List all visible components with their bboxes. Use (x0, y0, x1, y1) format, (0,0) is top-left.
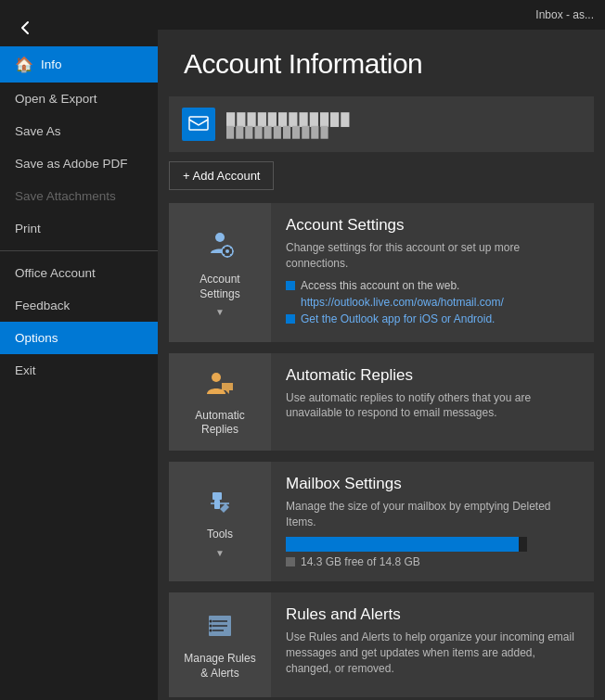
svg-point-12 (210, 624, 212, 627)
automatic-replies-icon-label: AutomaticReplies (195, 409, 244, 438)
get-app-row: Get the Outlook app for iOS or Android. (286, 312, 579, 325)
sidebar-item-open-export[interactable]: Open & Export (0, 83, 158, 115)
rules-alerts-icon-area[interactable]: Manage Rules& Alerts (169, 592, 271, 696)
sidebar-item-exit[interactable]: Exit (0, 354, 158, 387)
access-web-text: Access this account on the web. (301, 279, 459, 292)
account-settings-content: Account Settings Change settings for thi… (271, 203, 594, 342)
svg-point-13 (210, 629, 212, 631)
outlook-url-link[interactable]: https://outlook.live.com/owa/hotmail.com… (301, 296, 504, 309)
svg-rect-6 (214, 500, 220, 509)
rules-alerts-icon-label: Manage Rules& Alerts (184, 652, 255, 681)
storage-progress-bar (286, 537, 527, 552)
top-bar-text: Inbox - as... (535, 8, 594, 21)
top-bar: Inbox - as... (158, 0, 605, 30)
automatic-replies-title: Automatic Replies (286, 366, 579, 385)
avatar (182, 108, 215, 141)
mailbox-settings-card: Tools ▼ Mailbox Settings Manage the size… (169, 462, 594, 582)
svg-point-4 (212, 373, 221, 382)
svg-rect-5 (212, 492, 222, 500)
rules-alerts-card: Manage Rules& Alerts Rules and Alerts Us… (169, 592, 594, 696)
automatic-replies-desc: Use automatic replies to notify others t… (286, 390, 579, 422)
get-app-link[interactable]: Get the Outlook app for iOS or Android. (301, 312, 495, 325)
sidebar-nav: 🏠 Info Open & Export Save As Save as Ado… (0, 46, 158, 700)
add-account-button[interactable]: + Add Account (169, 161, 274, 190)
main-content: Inbox - as... Account Information ██████… (158, 0, 605, 700)
sidebar-item-print[interactable]: Print (0, 212, 158, 245)
mailbox-settings-desc: Manage the size of your mailbox by empty… (286, 499, 579, 530)
account-subtext: ███████████ (226, 126, 352, 137)
account-settings-title: Account Settings (286, 216, 579, 235)
account-settings-icon-area[interactable]: AccountSettings ▼ (169, 203, 271, 342)
svg-rect-0 (189, 117, 208, 130)
sidebar-bottom-items: Office Account Feedback Options Exit (0, 257, 158, 396)
automatic-replies-icon-area[interactable]: AutomaticReplies (169, 353, 271, 451)
sidebar: 🏠 Info Open & Export Save As Save as Ado… (0, 0, 158, 700)
storage-label: 14.3 GB free of 14.8 GB (301, 555, 420, 568)
sidebar-item-office-account[interactable]: Office Account (0, 257, 158, 289)
account-details: ████████████ ███████████ (226, 112, 352, 137)
account-settings-icon-label: AccountSettings (200, 273, 239, 301)
mailbox-settings-content: Mailbox Settings Manage the size of your… (271, 462, 594, 582)
account-settings-card: AccountSettings ▼ Account Settings Chang… (169, 203, 594, 342)
sidebar-divider-1 (0, 250, 158, 251)
home-icon: 🏠 (15, 56, 32, 73)
svg-point-3 (225, 249, 229, 253)
storage-text: 14.3 GB free of 14.8 GB (286, 555, 579, 568)
bullet-icon-2 (286, 314, 295, 324)
sidebar-item-info[interactable]: 🏠 Info (0, 46, 158, 83)
rules-alerts-title: Rules and Alerts (286, 605, 579, 624)
rules-alerts-icon (203, 609, 237, 646)
mailbox-settings-title: Mailbox Settings (286, 475, 579, 493)
sidebar-item-options[interactable]: Options (0, 322, 158, 354)
account-card: ████████████ ███████████ (169, 96, 594, 152)
storage-progress-fill (286, 537, 519, 552)
automatic-replies-card: AutomaticReplies Automatic Replies Use a… (169, 353, 594, 451)
automatic-replies-icon (203, 366, 237, 403)
tools-icon-label: Tools (207, 528, 233, 542)
account-settings-desc: Change settings for this account or set … (286, 240, 579, 272)
rules-alerts-content: Rules and Alerts Use Rules and Alerts to… (271, 592, 594, 696)
account-settings-chevron: ▼ (215, 307, 225, 317)
rules-alerts-desc: Use Rules and Alerts to help organize yo… (286, 630, 579, 676)
bullet-icon (286, 281, 295, 290)
sidebar-item-feedback[interactable]: Feedback (0, 289, 158, 322)
tools-icon (203, 485, 237, 522)
outlook-url-row: https://outlook.live.com/owa/hotmail.com… (286, 296, 579, 309)
svg-point-11 (210, 619, 212, 622)
back-button[interactable] (7, 9, 45, 46)
account-settings-icon (203, 227, 237, 267)
page-title: Account Information (158, 30, 605, 96)
access-web-row: Access this account on the web. (286, 279, 579, 292)
mailbox-settings-icon-area[interactable]: Tools ▼ (169, 462, 271, 582)
automatic-replies-content: Automatic Replies Use automatic replies … (271, 353, 594, 451)
account-email: ████████████ (226, 112, 352, 126)
sidebar-item-save-as[interactable]: Save As (0, 115, 158, 147)
sidebar-item-save-attachments: Save Attachments (0, 180, 158, 212)
tools-chevron: ▼ (215, 548, 225, 558)
storage-bullet (286, 557, 295, 566)
svg-point-1 (215, 233, 225, 242)
sidebar-item-save-adobe[interactable]: Save as Adobe PDF (0, 147, 158, 180)
